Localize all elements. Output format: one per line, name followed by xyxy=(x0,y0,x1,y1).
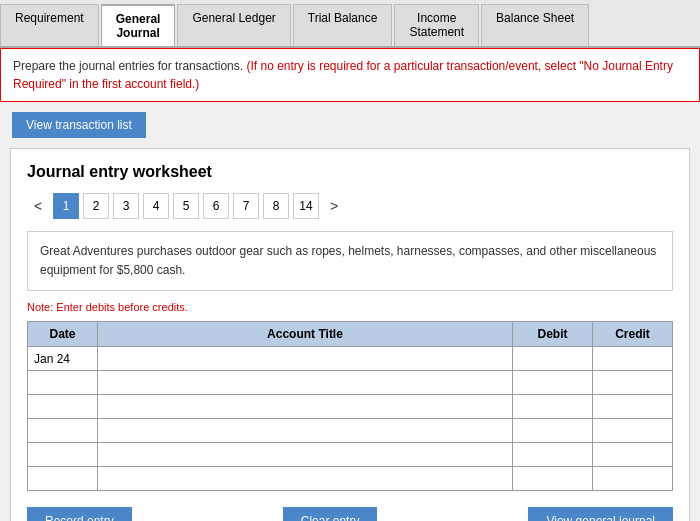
prev-page-button[interactable]: < xyxy=(27,195,49,217)
instruction-main: Prepare the journal entries for transact… xyxy=(13,59,246,73)
credit-input-2[interactable] xyxy=(593,371,673,395)
pagination: < 1 2 3 4 5 6 7 8 14 > xyxy=(27,193,673,219)
tab-requirement[interactable]: Requirement xyxy=(0,4,99,46)
col-header-credit: Credit xyxy=(593,322,673,347)
credit-input-6[interactable] xyxy=(593,467,673,491)
page-btn-1[interactable]: 1 xyxy=(53,193,79,219)
transaction-description: Great Adventures purchases outdoor gear … xyxy=(27,231,673,291)
col-header-account: Account Title xyxy=(98,322,513,347)
tab-bar: Requirement GeneralJournal General Ledge… xyxy=(0,0,700,48)
date-cell-4 xyxy=(28,419,98,443)
worksheet-title: Journal entry worksheet xyxy=(27,163,673,181)
instruction-banner: Prepare the journal entries for transact… xyxy=(0,48,700,102)
page-btn-7[interactable]: 7 xyxy=(233,193,259,219)
table-row xyxy=(28,395,673,419)
tab-income-statement[interactable]: IncomeStatement xyxy=(394,4,479,46)
page-btn-14[interactable]: 14 xyxy=(293,193,319,219)
record-entry-button[interactable]: Record entry xyxy=(27,507,132,521)
tab-balance-sheet[interactable]: Balance Sheet xyxy=(481,4,589,46)
view-transaction-button[interactable]: View transaction list xyxy=(12,112,146,138)
page-btn-2[interactable]: 2 xyxy=(83,193,109,219)
next-page-button[interactable]: > xyxy=(323,195,345,217)
table-row: Jan 24 xyxy=(28,347,673,371)
debit-input-4[interactable] xyxy=(513,419,593,443)
account-input-5[interactable] xyxy=(98,443,513,467)
credit-input-3[interactable] xyxy=(593,395,673,419)
tab-general-ledger[interactable]: General Ledger xyxy=(177,4,290,46)
credit-input-5[interactable] xyxy=(593,443,673,467)
credit-input-4[interactable] xyxy=(593,419,673,443)
page-btn-4[interactable]: 4 xyxy=(143,193,169,219)
date-cell-1: Jan 24 xyxy=(28,347,98,371)
date-cell-5 xyxy=(28,443,98,467)
page-btn-6[interactable]: 6 xyxy=(203,193,229,219)
account-input-2[interactable] xyxy=(98,371,513,395)
date-cell-2 xyxy=(28,371,98,395)
account-input-1[interactable] xyxy=(98,347,513,371)
action-buttons: Record entry Clear entry View general jo… xyxy=(27,507,673,521)
date-cell-3 xyxy=(28,395,98,419)
credit-input-1[interactable] xyxy=(593,347,673,371)
table-row xyxy=(28,371,673,395)
date-cell-6 xyxy=(28,467,98,491)
page-btn-5[interactable]: 5 xyxy=(173,193,199,219)
debit-input-6[interactable] xyxy=(513,467,593,491)
account-input-4[interactable] xyxy=(98,419,513,443)
col-header-debit: Debit xyxy=(513,322,593,347)
table-row xyxy=(28,443,673,467)
debit-credit-note: Note: Enter debits before credits. xyxy=(27,301,673,313)
debit-input-2[interactable] xyxy=(513,371,593,395)
col-header-date: Date xyxy=(28,322,98,347)
page-btn-3[interactable]: 3 xyxy=(113,193,139,219)
debit-input-1[interactable] xyxy=(513,347,593,371)
debit-input-3[interactable] xyxy=(513,395,593,419)
clear-entry-button[interactable]: Clear entry xyxy=(283,507,378,521)
debit-input-5[interactable] xyxy=(513,443,593,467)
journal-table: Date Account Title Debit Credit Jan 24 xyxy=(27,321,673,491)
table-row xyxy=(28,419,673,443)
main-content-area: Journal entry worksheet < 1 2 3 4 5 6 7 … xyxy=(10,148,690,521)
account-input-3[interactable] xyxy=(98,395,513,419)
account-input-6[interactable] xyxy=(98,467,513,491)
table-row xyxy=(28,467,673,491)
view-general-journal-button[interactable]: View general journal xyxy=(528,507,673,521)
tab-general-journal[interactable]: GeneralJournal xyxy=(101,4,176,46)
page-btn-8[interactable]: 8 xyxy=(263,193,289,219)
tab-trial-balance[interactable]: Trial Balance xyxy=(293,4,393,46)
